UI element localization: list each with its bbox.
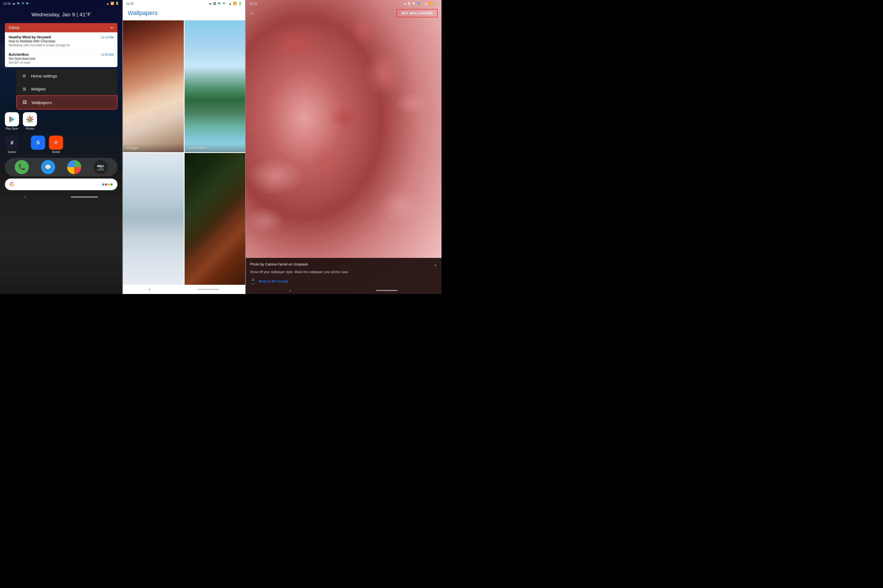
home-screen: 11:15 ☁ 🐦 ✉ 🐦 · ▲ 📶 🔋 Wednesday, Jan 9 |… (0, 0, 122, 294)
wifi-icon: ▲ (106, 2, 109, 5)
build-case-label: BUILD MY CASE (259, 279, 288, 284)
set-wallpaper-button[interactable]: SET WALLPAPER (396, 9, 438, 17)
shazam-app[interactable]: S (31, 136, 45, 150)
prev-wifi-icon: ▲ (424, 2, 427, 5)
prev-signal-icon: 📶 (429, 2, 432, 5)
home-status-bar: 11:15 ☁ 🐦 ✉ 🐦 · ▲ 📶 🔋 (0, 0, 122, 7)
phone-icon[interactable]: 📞 (15, 160, 29, 174)
prev-img-icon: 🖼 (407, 2, 410, 5)
games-label: Games (8, 150, 16, 153)
wp-status-time: 11:15 (126, 2, 134, 5)
email1-time: 11:12 AM (101, 36, 114, 39)
wallpapers-item[interactable]: 🖼 Wallpapers (16, 95, 117, 110)
wp-grid: Voyage Landscapes (123, 20, 245, 285)
status-right: ▲ 📶 🔋 (106, 2, 119, 5)
reddit-icon: 👾 (49, 136, 63, 150)
dot-red (105, 183, 107, 186)
wp-title: Wallpapers (128, 9, 240, 16)
wp-status-icons: ☁ 🖼 🐦 ✉ · ▲ 📶 🔋 (209, 2, 242, 5)
wp-header: Wallpapers (123, 7, 245, 20)
edit-icon[interactable]: ✏ (110, 26, 114, 30)
preview-toolbar: ← SET WALLPAPER (246, 7, 442, 20)
build-case-row[interactable]: 📱 BUILD MY CASE (250, 278, 437, 284)
wallpaper-preview-screen: 11:15 ☁ 🖼 📋 🐦 · ▲ 📶 🔋 ← SET WALLPAPER Ph… (246, 0, 442, 294)
search-bar[interactable]: G (5, 178, 117, 190)
playstore-label: Play Store (6, 127, 18, 130)
inbox-header: Inbox ✏ (5, 23, 117, 32)
widgets-item[interactable]: ⊞ Widgets (16, 82, 117, 95)
email1-subject: How to Meditate With Chocolate (9, 39, 114, 43)
camera-icon[interactable]: 📷 (93, 160, 108, 174)
email2-row: ButcherBox 11:05 AM (9, 52, 114, 57)
inbox-title: Inbox (9, 25, 19, 30)
wp-nav-pill (198, 289, 219, 290)
home-back-btn[interactable]: ‹ (24, 195, 26, 200)
messages-icon[interactable]: 💬 (41, 160, 55, 174)
twitter-icon: 🐦 (17, 2, 20, 5)
home-nav-bar: ‹ (0, 192, 122, 202)
preview-back-btn[interactable]: ← (249, 10, 255, 16)
email2-subject: Our best deal ever (9, 57, 114, 61)
svg-text:S: S (36, 140, 40, 146)
playstore-app[interactable]: Play Store (5, 112, 19, 130)
photos-app[interactable]: Photos (23, 112, 37, 130)
email1[interactable]: Healthy Mind by Verywell 11:12 AM How to… (5, 32, 117, 50)
games-icon: # (5, 136, 19, 150)
twitter2-icon: 🐦 (26, 2, 29, 5)
wp-cloud-icon: ☁ (209, 2, 212, 5)
preview-status-bar: 11:15 ☁ 🖼 📋 🐦 · ▲ 📶 🔋 (246, 0, 442, 7)
wp-mail-icon: ✉ (223, 2, 225, 5)
battery-icon: 🔋 (115, 2, 119, 5)
leaves-cell[interactable] (185, 153, 245, 285)
email2[interactable]: ButcherBox 11:05 AM Our best deal ever G… (5, 50, 117, 67)
status-left: 11:15 ☁ 🐦 ✉ 🐦 · (3, 2, 32, 5)
preview-description: Show off your wallpaper style. Make this… (250, 270, 437, 274)
reddit-label: Reddit (52, 150, 60, 153)
date-weather: Wednesday, Jan 9 | 41°F (0, 7, 122, 21)
preview-nav-bar: ‹ (246, 287, 442, 294)
wp-back-btn[interactable]: ‹ (149, 287, 150, 292)
dot-blue (102, 183, 104, 186)
google-g: G (10, 181, 14, 188)
google-dots (102, 183, 113, 186)
art-bg (123, 153, 184, 285)
flower-detail (246, 0, 442, 294)
home-settings-item[interactable]: ⚙ Home settings (16, 69, 117, 82)
phone-case-icon: 📱 (250, 278, 256, 284)
playstore-icon (5, 112, 19, 126)
prev-twitter-icon: 🐦 (417, 2, 421, 5)
inbox-card[interactable]: Inbox ✏ Healthy Mind by Verywell 11:12 A… (5, 23, 117, 67)
landscapes-cell[interactable]: Landscapes (185, 20, 245, 152)
email2-sender: ButcherBox (9, 52, 29, 57)
art-cell[interactable] (123, 153, 184, 285)
gear-icon: ⚙ (21, 73, 27, 79)
wp-wifi-icon: ▲ (229, 2, 231, 5)
leaves-bg (185, 153, 245, 285)
preview-back-nav[interactable]: ‹ (290, 288, 291, 293)
email1-sender: Healthy Mind by Verywell (9, 35, 51, 39)
voyage-label: Voyage (123, 144, 184, 152)
prev-battery-icon: 🔋 (434, 2, 438, 5)
credit-row: Photo by Catrina Farrell on Unsplash ⌄ (250, 262, 437, 267)
app-row-1: Play Store Photos (0, 110, 122, 133)
cloud-icon: ☁ (12, 2, 15, 5)
preview-nav-pill (376, 290, 398, 291)
prev-note-icon: 📋 (412, 2, 416, 5)
reddit-app[interactable]: 👾 Reddit (49, 136, 63, 153)
wp-dot: · (227, 2, 227, 5)
wp-signal-icon: 📶 (233, 2, 237, 5)
voyage-cell[interactable]: Voyage (123, 20, 184, 152)
games-app[interactable]: # Games (5, 136, 19, 153)
wp-img-icon: 🖼 (213, 2, 216, 5)
photos-label: Photos (26, 127, 34, 130)
chrome-icon[interactable] (67, 160, 81, 174)
svg-text:👾: 👾 (55, 141, 58, 144)
app-row-2: # Games S 👾 Reddit (0, 133, 122, 156)
expand-chevron-icon[interactable]: ⌄ (434, 262, 437, 267)
email2-preview: Get $57 of meat (9, 61, 114, 64)
prev-cloud-icon: ☁ (403, 2, 406, 5)
home-settings-label: Home settings (31, 74, 57, 78)
preview-status-time: 11:15 (249, 2, 257, 5)
wp-twitter-icon: 🐦 (218, 2, 221, 5)
prev-dot: · (422, 2, 423, 5)
